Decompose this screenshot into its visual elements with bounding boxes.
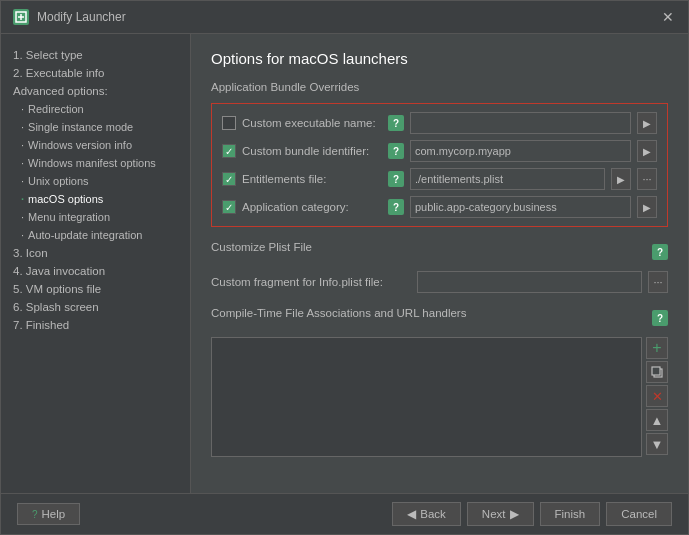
- sidebar-item-redirection[interactable]: ·Redirection: [1, 100, 190, 118]
- file-assoc-label: Compile-Time File Associations and URL h…: [211, 307, 466, 319]
- custom-bundle-input[interactable]: [410, 140, 631, 162]
- bundle-overrides-box: Custom executable name: ? ▶ ✓ Custom bun…: [211, 103, 668, 227]
- sidebar-item-autoupdate[interactable]: ·Auto-update integration: [1, 226, 190, 244]
- list-action-buttons: + ✕ ▲ ▼: [646, 337, 668, 455]
- app-category-input[interactable]: [410, 196, 631, 218]
- plist-fragment-input[interactable]: [417, 271, 642, 293]
- file-assoc-area: + ✕ ▲ ▼: [211, 337, 668, 457]
- cancel-button[interactable]: Cancel: [606, 502, 672, 526]
- sidebar-item-windows-version[interactable]: ·Windows version info: [1, 136, 190, 154]
- sidebar-item-unix-options[interactable]: ·Unix options: [1, 172, 190, 190]
- sidebar-item-executable-info[interactable]: 2. Executable info: [1, 64, 190, 82]
- main-panel: Options for macOS launchers Application …: [191, 34, 688, 493]
- entitlements-row: ✓ Entitlements file: ? ▶ ···: [222, 168, 657, 190]
- move-down-button[interactable]: ▼: [646, 433, 668, 455]
- sidebar-item-windows-manifest[interactable]: ·Windows manifest options: [1, 154, 190, 172]
- entitlements-help[interactable]: ?: [388, 171, 404, 187]
- plist-fragment-browse[interactable]: ···: [648, 271, 668, 293]
- bullet-icon: ·: [21, 175, 24, 187]
- sidebar-item-finished[interactable]: 7. Finished: [1, 316, 190, 334]
- help-button[interactable]: ? Help: [17, 503, 80, 525]
- app-category-row: ✓ Application category: ? ▶: [222, 196, 657, 218]
- custom-exec-arrow[interactable]: ▶: [637, 112, 657, 134]
- app-category-checkbox[interactable]: ✓: [222, 200, 236, 214]
- content-area: 1. Select type 2. Executable info Advanc…: [1, 34, 688, 493]
- close-button[interactable]: ✕: [660, 9, 676, 25]
- sidebar-item-menu-integration[interactable]: ·Menu integration: [1, 208, 190, 226]
- app-category-label: Application category:: [242, 201, 382, 213]
- plist-section-label: Customize Plist File: [211, 241, 312, 253]
- plist-fragment-row: Custom fragment for Info.plist file: ···: [211, 271, 668, 293]
- sidebar-item-icon[interactable]: 3. Icon: [1, 244, 190, 262]
- move-up-button[interactable]: ▲: [646, 409, 668, 431]
- custom-bundle-label: Custom bundle identifier:: [242, 145, 382, 157]
- dialog-title: Modify Launcher: [37, 10, 126, 24]
- copy-button[interactable]: [646, 361, 668, 383]
- sidebar-item-java-invocation[interactable]: 4. Java invocation: [1, 262, 190, 280]
- entitlements-input[interactable]: [410, 168, 605, 190]
- next-arrow-icon: ▶: [510, 507, 519, 521]
- back-arrow-icon: ◀: [407, 507, 416, 521]
- bullet-icon: ·: [21, 121, 24, 133]
- dialog: Modify Launcher ✕ 1. Select type 2. Exec…: [0, 0, 689, 535]
- back-button[interactable]: ◀ Back: [392, 502, 461, 526]
- plist-section: Customize Plist File ? Custom fragment f…: [211, 241, 668, 293]
- delete-button[interactable]: ✕: [646, 385, 668, 407]
- entitlements-browse[interactable]: ···: [637, 168, 657, 190]
- app-icon: [13, 9, 29, 25]
- custom-bundle-row: ✓ Custom bundle identifier: ? ▶: [222, 140, 657, 162]
- custom-exec-help[interactable]: ?: [388, 115, 404, 131]
- footer: ? Help ◀ Back Next ▶ Finish Cancel: [1, 493, 688, 534]
- active-dot-icon: ·: [21, 193, 24, 205]
- next-button[interactable]: Next ▶: [467, 502, 534, 526]
- file-assoc-help[interactable]: ?: [652, 310, 668, 326]
- custom-bundle-checkbox[interactable]: ✓: [222, 144, 236, 158]
- plist-help[interactable]: ?: [652, 244, 668, 260]
- sidebar-item-macos-options[interactable]: ·macOS options: [1, 190, 190, 208]
- bullet-icon: ·: [21, 157, 24, 169]
- custom-bundle-arrow[interactable]: ▶: [637, 140, 657, 162]
- sidebar-item-splash-screen[interactable]: 6. Splash screen: [1, 298, 190, 316]
- help-icon: ?: [32, 509, 38, 520]
- add-button[interactable]: +: [646, 337, 668, 359]
- sidebar-item-single-instance[interactable]: ·Single instance mode: [1, 118, 190, 136]
- custom-exec-row: Custom executable name: ? ▶: [222, 112, 657, 134]
- sidebar: 1. Select type 2. Executable info Advanc…: [1, 34, 191, 493]
- app-category-help[interactable]: ?: [388, 199, 404, 215]
- entitlements-label: Entitlements file:: [242, 173, 382, 185]
- custom-exec-label: Custom executable name:: [242, 117, 382, 129]
- sidebar-item-vm-options[interactable]: 5. VM options file: [1, 280, 190, 298]
- finish-button[interactable]: Finish: [540, 502, 601, 526]
- sidebar-item-select-type[interactable]: 1. Select type: [1, 46, 190, 64]
- custom-exec-input[interactable]: [410, 112, 631, 134]
- custom-bundle-help[interactable]: ?: [388, 143, 404, 159]
- bullet-icon: ·: [21, 229, 24, 241]
- footer-right: ◀ Back Next ▶ Finish Cancel: [392, 502, 672, 526]
- custom-exec-checkbox[interactable]: [222, 116, 236, 130]
- app-bundle-label: Application Bundle Overrides: [211, 81, 668, 93]
- plist-fragment-label: Custom fragment for Info.plist file:: [211, 276, 411, 288]
- sidebar-advanced-label: Advanced options:: [1, 82, 190, 100]
- svg-rect-4: [652, 367, 660, 375]
- bullet-icon: ·: [21, 211, 24, 223]
- title-bar-left: Modify Launcher: [13, 9, 126, 25]
- app-category-arrow[interactable]: ▶: [637, 196, 657, 218]
- bullet-icon: ·: [21, 103, 24, 115]
- file-assoc-section: Compile-Time File Associations and URL h…: [211, 307, 668, 457]
- file-assoc-list[interactable]: [211, 337, 642, 457]
- entitlements-checkbox[interactable]: ✓: [222, 172, 236, 186]
- file-assoc-header-row: Compile-Time File Associations and URL h…: [211, 307, 668, 329]
- entitlements-arrow[interactable]: ▶: [611, 168, 631, 190]
- title-bar: Modify Launcher ✕: [1, 1, 688, 34]
- panel-title: Options for macOS launchers: [211, 50, 668, 67]
- bullet-icon: ·: [21, 139, 24, 151]
- footer-left: ? Help: [17, 503, 80, 525]
- plist-header-row: Customize Plist File ?: [211, 241, 668, 263]
